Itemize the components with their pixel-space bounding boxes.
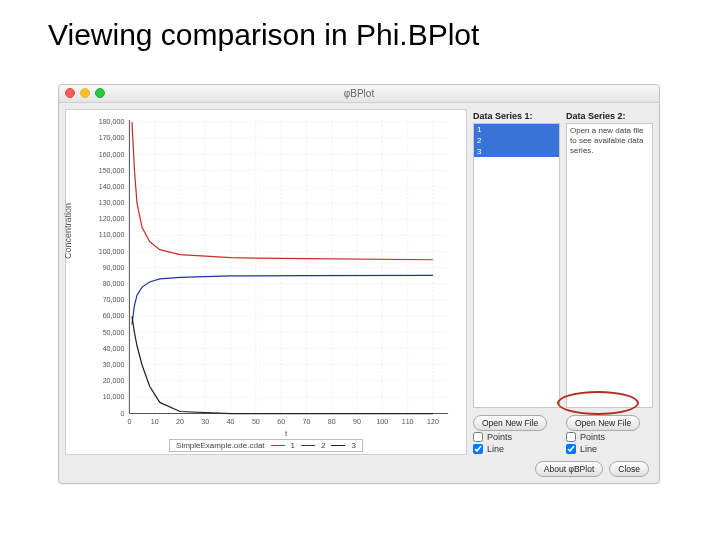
series-3-line [132, 316, 433, 413]
slide-title: Viewing comparison in Phi.BPlot [0, 0, 720, 52]
svg-text:60: 60 [277, 418, 285, 426]
titlebar: φBPlot [59, 85, 659, 103]
svg-text:80,000: 80,000 [103, 280, 125, 288]
svg-text:90,000: 90,000 [103, 264, 125, 272]
svg-text:100,000: 100,000 [99, 248, 125, 256]
svg-text:10: 10 [151, 418, 159, 426]
svg-text:0: 0 [127, 418, 131, 426]
svg-text:10,000: 10,000 [103, 393, 125, 401]
svg-text:170,000: 170,000 [99, 134, 125, 142]
svg-text:130,000: 130,000 [99, 199, 125, 207]
svg-text:90: 90 [353, 418, 361, 426]
svg-text:70: 70 [303, 418, 311, 426]
svg-text:160,000: 160,000 [99, 151, 125, 159]
series-2-line [132, 275, 433, 324]
svg-text:50,000: 50,000 [103, 329, 125, 337]
series2-list[interactable]: Open a new data file to see available da… [566, 123, 653, 408]
svg-text:180,000: 180,000 [99, 118, 125, 126]
svg-text:120,000: 120,000 [99, 215, 125, 223]
series1-list[interactable]: 1 2 3 [473, 123, 560, 408]
footer-buttons: About φBPlot Close [535, 461, 649, 477]
line-checkbox-1[interactable]: Line [473, 443, 560, 455]
svg-text:0: 0 [120, 410, 124, 418]
svg-text:110,000: 110,000 [99, 231, 125, 239]
window-title: φBPlot [59, 85, 659, 103]
points-checkbox-1[interactable]: Points [473, 431, 560, 443]
plot-area: 010,00020,00030,00040,00050,00060,00070,… [65, 109, 467, 455]
svg-text:140,000: 140,000 [99, 183, 125, 191]
about-button[interactable]: About φBPlot [535, 461, 603, 477]
series-1-line [132, 122, 433, 260]
series-panel-2: Data Series 2: Open a new data file to s… [566, 109, 653, 455]
y-axis-label: Concentration [63, 203, 73, 259]
list-item[interactable]: 2 [474, 135, 559, 146]
open-file-button-1[interactable]: Open New File [473, 415, 547, 431]
svg-text:100: 100 [376, 418, 388, 426]
chart-svg: 010,00020,00030,00040,00050,00060,00070,… [66, 110, 466, 454]
close-button[interactable]: Close [609, 461, 649, 477]
series2-header: Data Series 2: [566, 109, 653, 123]
svg-text:40: 40 [227, 418, 235, 426]
svg-text:110: 110 [402, 418, 414, 426]
svg-text:80: 80 [328, 418, 336, 426]
svg-text:70,000: 70,000 [103, 296, 125, 304]
legend-file: SimpleExample.ode.cdat [176, 441, 265, 450]
x-axis-label: t [285, 429, 288, 438]
svg-text:20: 20 [176, 418, 184, 426]
svg-text:150,000: 150,000 [99, 167, 125, 175]
line-checkbox-2[interactable]: Line [566, 443, 653, 455]
svg-text:120: 120 [427, 418, 439, 426]
series2-hint: Open a new data file to see available da… [567, 124, 652, 158]
svg-text:40,000: 40,000 [103, 345, 125, 353]
svg-text:30: 30 [201, 418, 209, 426]
series1-header: Data Series 1: [473, 109, 560, 123]
list-item[interactable]: 3 [474, 146, 559, 157]
app-window: φBPlot 010,00020,00030,00040,00050,00060… [58, 84, 660, 484]
legend: SimpleExample.ode.cdat 1 2 3 [169, 439, 363, 452]
svg-text:50: 50 [252, 418, 260, 426]
svg-text:30,000: 30,000 [103, 361, 125, 369]
list-item[interactable]: 1 [474, 124, 559, 135]
svg-text:60,000: 60,000 [103, 312, 125, 320]
svg-text:20,000: 20,000 [103, 377, 125, 385]
series-panel-1: Data Series 1: 1 2 3 Open New File Point… [473, 109, 560, 455]
points-checkbox-2[interactable]: Points [566, 431, 653, 443]
open-file-button-2[interactable]: Open New File [566, 415, 640, 431]
